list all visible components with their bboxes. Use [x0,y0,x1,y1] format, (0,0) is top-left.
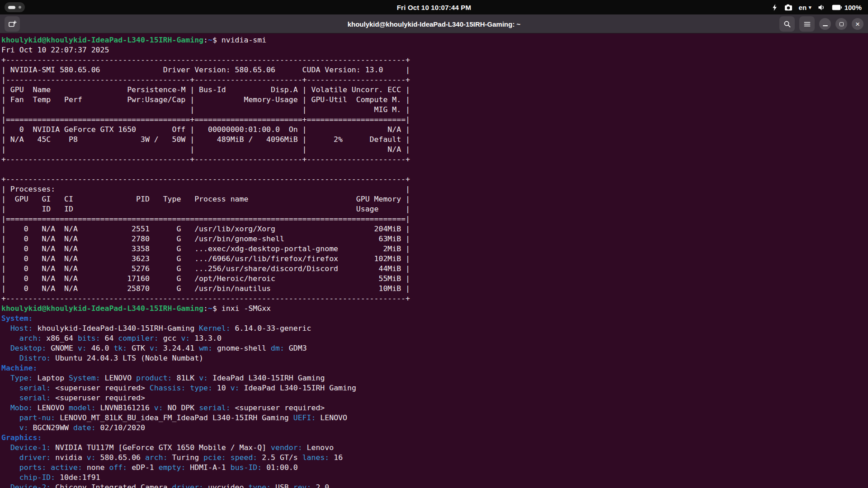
terminal-line: | 0 N/A N/A 25870 G /usr/bin/nautilus 10… [1,284,868,294]
search-icon [783,20,791,28]
terminal-line: +---------------------------------------… [1,155,868,164]
battery-status: 100% [832,4,862,11]
terminal-line: Mobo: LENOVO model: LNVNB161216 v: NO DP… [1,403,868,413]
terminal-line: | N/A 45C P8 3W / 50W | 489MiB / 4096MiB… [1,135,868,145]
power-profile-icon [771,4,778,11]
terminal-line: | | | MIG M. | [1,105,868,115]
terminal-line: arch: x86_64 bits: 64 compiler: gcc v: 1… [1,333,868,343]
chevron-down-icon: ▾ [809,5,811,10]
terminal-line: driver: nvidia v: 580.65.06 arch: Turing… [1,453,868,463]
terminal-line: System: [1,314,868,324]
terminal-line: part-nu: LENOVO_MT_81LK_BU_idea_FM_IdeaP… [1,413,868,423]
active-workspace-icon [8,6,15,9]
minimize-icon [823,25,828,26]
terminal-line: ports: active: none off: eDP-1 empty: HD… [1,463,868,473]
close-button[interactable]: × [852,18,863,30]
terminal-line: Machine: [1,363,868,373]
terminal-line: | NVIDIA-SMI 580.65.06 Driver Version: 5… [1,65,868,75]
maximize-button[interactable] [835,18,847,30]
terminal-output: khoulykid@khoulykid-IdeaPad-L340-15IRH-G… [1,35,868,488]
terminal-line: | 0 N/A N/A 3358 G ...exec/xdg-desktop-p… [1,244,868,254]
terminal-line: | Processes: | [1,184,868,194]
system-status-area[interactable]: en ▾ 100% [771,4,862,11]
terminal-line: +---------------------------------------… [1,174,868,184]
workspace-indicator[interactable] [5,2,25,12]
terminal-line: serial: <superuser required> [1,393,868,403]
new-tab-button[interactable] [5,16,20,32]
terminal-line: Device-1: NVIDIA TU117M [GeForce GTX 165… [1,443,868,453]
terminal-line: +---------------------------------------… [1,55,868,65]
terminal-line: Fri Oct 10 22:07:37 2025 [1,45,868,55]
terminal-line: | Fan Temp Perf Pwr:Usage/Cap | Memory-U… [1,95,868,105]
terminal-line: | 0 N/A N/A 17160 G /opt/Heroic/heroic 5… [1,274,868,284]
terminal-line: Distro: Ubuntu 24.04.3 LTS (Noble Numbat… [1,353,868,363]
menu-button[interactable] [799,16,815,32]
terminal-line: | 0 N/A N/A 5276 G ...256/usr/share/disc… [1,264,868,274]
terminal-line: | GPU Name Persistence-M | Bus-Id Disp.A… [1,85,868,95]
hamburger-menu-icon [803,20,811,28]
terminal-line: khoulykid@khoulykid-IdeaPad-L340-15IRH-G… [1,35,868,45]
minimize-button[interactable] [819,18,831,30]
battery-icon [832,5,842,10]
terminal-line [1,164,868,174]
terminal-line: khoulykid@khoulykid-IdeaPad-L340-15IRH-G… [1,304,868,314]
terminal-headerbar[interactable]: khoulykid@khoulykid-IdeaPad-L340-15IRH-G… [0,14,868,33]
desktop: Fri Oct 10 10:07:44 PM en ▾ [0,0,868,488]
terminal-viewport[interactable]: khoulykid@khoulykid-IdeaPad-L340-15IRH-G… [0,33,868,488]
maximize-icon [840,22,844,26]
terminal-line: v: BGCN29WW date: 02/10/2020 [1,423,868,433]
terminal-line: |=======================================… [1,214,868,224]
terminal-line: |=======================================… [1,115,868,125]
terminal-line: | 0 NVIDIA GeForce GTX 1650 Off | 000000… [1,125,868,135]
inactive-workspace-icon [19,6,21,9]
window-title: khoulykid@khoulykid-IdeaPad-L340-15IRH-G… [348,20,521,28]
terminal-line: Graphics: [1,433,868,443]
gnome-top-bar: Fri Oct 10 10:07:44 PM en ▾ [0,0,868,14]
battery-percentage: 100% [844,4,862,11]
terminal-line: Desktop: GNOME v: 46.0 tk: GTK v: 3.24.4… [1,343,868,353]
terminal-line: | 0 N/A N/A 2551 G /usr/lib/xorg/Xorg 20… [1,224,868,234]
terminal-line: | | | N/A | [1,145,868,155]
terminal-line: Device-2: Chicony Integrated Camera driv… [1,483,868,488]
terminal-line: Type: Laptop System: LENOVO product: 81L… [1,373,868,383]
volume-icon [818,4,826,11]
clock[interactable]: Fri Oct 10 10:07:44 PM [397,4,471,11]
close-icon: × [855,20,860,28]
terminal-line: serial: <superuser required> Chassis: ty… [1,383,868,393]
headerbar-controls: × [779,16,863,32]
terminal-line: +---------------------------------------… [1,294,868,304]
terminal-line: | 0 N/A N/A 3623 G .../6966/usr/lib/fire… [1,254,868,264]
search-button[interactable] [779,16,795,32]
terminal-line: Host: khoulykid-IdeaPad-L340-15IRH-Gamin… [1,324,868,333]
terminal-line: | ID ID Usage | [1,204,868,214]
camera-icon [784,4,793,11]
terminal-line: | 0 N/A N/A 2780 G /usr/bin/gnome-shell … [1,234,868,244]
terminal-line: chip-ID: 10de:1f91 [1,473,868,483]
input-source-indicator[interactable]: en ▾ [799,4,811,11]
terminal-line: |---------------------------------------… [1,75,868,85]
keyboard-layout-label: en [799,4,807,11]
terminal-line: | GPU GI CI PID Type Process name GPU Me… [1,194,868,204]
new-tab-icon [8,20,17,28]
